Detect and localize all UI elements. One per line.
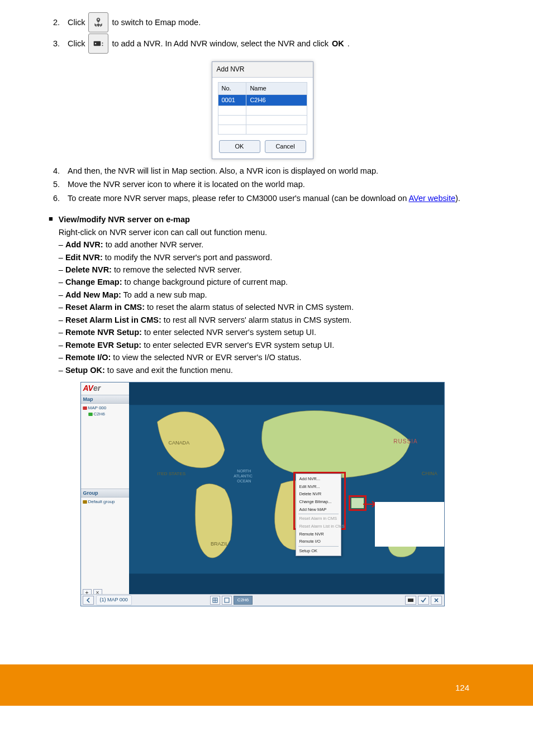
svg-rect-16 (225, 598, 229, 602)
add-nvr-icon (88, 34, 108, 54)
arrow-left-icon (85, 597, 91, 603)
grid-icon (224, 597, 230, 603)
aver-logo: AVer (81, 382, 129, 395)
ok-button[interactable]: OK (219, 140, 260, 153)
nvr-marker[interactable] (351, 497, 364, 509)
ctx-add-nvr[interactable]: Add NVR... (296, 475, 341, 483)
step-6-text-b: ). (455, 194, 460, 203)
square-bullet: ■ (49, 213, 53, 376)
separator (298, 546, 339, 547)
bb-chip[interactable]: C2H6 (234, 596, 253, 605)
map-tree: MAP 000 C2H6 (81, 404, 129, 417)
ctx-edit-nvr[interactable]: Edit NVR... (296, 483, 341, 491)
cell-name: C2H6 (246, 94, 307, 106)
separator (298, 514, 339, 514)
back-button[interactable] (83, 596, 94, 605)
table-row (218, 115, 307, 125)
table-row (218, 106, 307, 115)
item-reset-alarm-list: – Reset Alarm List in CMS: to rest all N… (59, 314, 472, 326)
ctx-reset-alarm-list: Reset Alarm List in CMS (296, 523, 341, 530)
svg-text:BRAZIL: BRAZIL (211, 541, 229, 547)
svg-text:ATLANTIC: ATLANTIC (234, 474, 252, 478)
step-3-text-c: OK (332, 37, 344, 50)
ctx-remote-nvr[interactable]: Remote NVR (296, 530, 341, 538)
cancel-button[interactable]: Cancel (265, 140, 306, 153)
svg-rect-4 (83, 500, 87, 504)
ctx-remote-io[interactable]: Remote I/O (296, 538, 341, 546)
item-change-emap: – Change Emap: to change background pict… (59, 276, 472, 288)
th-name: Name (246, 82, 307, 94)
group-node-icon (83, 500, 87, 504)
map-sidebar: AVer Map MAP 000 C2H6 Group Default grou… (81, 382, 130, 606)
table-row[interactable]: 0001 C2H6 (218, 94, 307, 106)
subsection-title: View/modify NVR server on e-map (59, 213, 472, 226)
item-remote-nvr: – Remote NVR Setup: to enter selected NV… (59, 326, 472, 338)
subsection-view-modify: ■ View/modify NVR server on e-map Right-… (49, 213, 472, 376)
step-5-num: 5. (53, 178, 64, 190)
step-5-text: Move the NVR server icon to where it is … (68, 178, 305, 190)
dialog-title: Add NVR (212, 62, 313, 78)
svg-text:RUSSIA: RUSSIA (393, 438, 418, 444)
step-2-num: 2. (53, 16, 64, 28)
item-reset-alarm-cms: – Reset Alarm in CMS: to reset the alarm… (59, 301, 472, 313)
bb-close-button[interactable] (431, 596, 442, 605)
panel-header-map: Map (81, 395, 129, 404)
item-delete-nvr: – Delete NVR: to remove the selected NVR… (59, 264, 472, 276)
ctx-reset-alarm: Reset Alarm in CMS (296, 515, 341, 523)
add-nvr-dialog: Add NVR No. Name 0001 C2H6 OK Cancel (212, 61, 313, 159)
close-icon (434, 597, 439, 603)
ctx-add-new-map[interactable]: Add New MAP (296, 506, 341, 514)
group-tree: Default group (81, 497, 129, 505)
bb-icon-2[interactable] (222, 596, 232, 605)
step-3-num: 3. (53, 37, 64, 50)
subsection-intro: Right-click on NVR server icon can call … (59, 226, 472, 238)
item-remote-io: – Remote I/O: to view the selected NVR o… (59, 351, 472, 363)
map-canvas[interactable]: CANADA ITED STATES BRAZIL RUSSIA CHINA N… (129, 382, 444, 595)
step-4-num: 4. (53, 165, 64, 177)
svg-text:CANADA: CANADA (168, 440, 190, 446)
ctx-delete-nvr[interactable]: Delete NVR (296, 490, 341, 498)
step-3-text-d: . (348, 37, 350, 50)
svg-rect-2 (83, 406, 87, 410)
check-icon (421, 597, 426, 603)
svg-text:OCEAN: OCEAN (237, 480, 251, 484)
step-6-text-a: To create more NVR server maps, please r… (68, 194, 407, 203)
step-4-text: And then, the NVR will list in Map secti… (68, 165, 378, 177)
context-menu[interactable]: Add NVR... Edit NVR... Delete NVR Change… (296, 473, 341, 556)
step-3-text-b: to add a NVR. In Add NVR window, select … (112, 37, 329, 50)
tree-item-nvr[interactable]: C2H6 (83, 412, 127, 417)
item-remote-evr: – Remote EVR Setup: to enter selected EV… (59, 339, 472, 351)
device-icon (407, 597, 414, 603)
step-3: 3. Click to add a NVR. In Add NVR window… (53, 34, 472, 54)
svg-rect-17 (408, 599, 413, 602)
step-6-num: 6. (53, 192, 64, 204)
emap-screenshot: AVer Map MAP 000 C2H6 Group Default grou… (80, 382, 445, 606)
svg-text:CHINA: CHINA (421, 471, 437, 476)
callout-box (375, 502, 444, 547)
breadcrumb: (1) MAP 000 (96, 595, 132, 605)
bb-device-button[interactable] (405, 596, 416, 605)
table-row (218, 125, 307, 134)
nvr-node-icon (88, 413, 93, 416)
bb-icon-1[interactable] (210, 596, 220, 605)
page-number: 124 (455, 683, 469, 692)
aver-link[interactable]: AVer website (408, 194, 455, 203)
ctx-change-bitmap[interactable]: Change Bitmap... (296, 498, 341, 506)
step-3-text-a: Click (68, 37, 85, 50)
step-6: 6. To create more NVR server maps, pleas… (53, 192, 472, 204)
map-node-icon (83, 406, 87, 410)
step-2-text-b: to switch to Emap mode. (112, 16, 201, 28)
svg-text:ITED STATES: ITED STATES (157, 471, 185, 476)
panel-header-group: Group (81, 489, 129, 497)
item-add-nvr: – Add NVR: to add another NVR server. (59, 238, 472, 251)
map-bottombar: (1) MAP 000 C2H6 (81, 594, 444, 606)
svg-point-1 (95, 43, 97, 45)
tree-item-map[interactable]: MAP 000 (83, 405, 127, 411)
svg-text:NORTH: NORTH (237, 469, 251, 473)
bb-confirm-button[interactable] (418, 596, 429, 605)
ctx-setup-ok[interactable]: Setup OK (296, 547, 341, 555)
step-2-text-a: Click (68, 16, 85, 28)
svg-rect-3 (88, 413, 93, 416)
tree-item-group[interactable]: Default group (83, 499, 127, 505)
item-edit-nvr: – Edit NVR: to modify the NVR server's p… (59, 251, 472, 264)
